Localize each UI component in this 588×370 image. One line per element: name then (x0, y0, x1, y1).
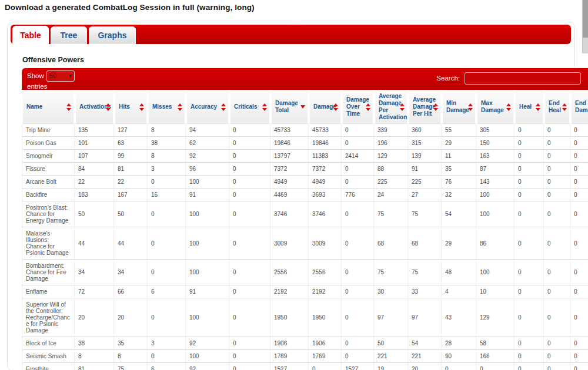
cell: 3693 (309, 189, 342, 201)
cell: 68 (408, 227, 442, 260)
cell: 3 (148, 163, 186, 176)
cell: 54 (408, 337, 442, 350)
cell: 8 (148, 124, 186, 137)
scrollbar[interactable] (582, 0, 588, 53)
cell: 75 (114, 363, 148, 370)
cell: 0 (514, 337, 544, 350)
page-title: Download a generated CombatLog Session i… (5, 3, 255, 12)
cell: 20 (75, 298, 114, 337)
column-label: Min Damage (446, 100, 469, 113)
cell: 92 (186, 337, 229, 350)
cell: 11 (442, 150, 476, 163)
tab-table[interactable]: Table (12, 26, 49, 48)
cell: 196 (374, 137, 408, 150)
column-header-criticals[interactable]: Criticals (229, 90, 270, 124)
cell: 0 (476, 363, 514, 370)
cell: 225 (408, 176, 442, 189)
table-row: Fissure8481396073727372088913587000 (22, 163, 588, 176)
cell: 0 (570, 285, 588, 298)
column-label: Damage Total (275, 100, 298, 113)
table-toolbar: Show50▾entries Search: (22, 68, 588, 90)
cell: 48 (442, 260, 476, 285)
cell: 167 (114, 189, 148, 201)
cell: 0 (570, 350, 588, 363)
cell: 0 (514, 260, 544, 285)
sort-descending-icon (300, 105, 305, 109)
column-header-heal[interactable]: Heal (514, 90, 544, 124)
cell: 0 (544, 227, 570, 260)
cell: 1950 (270, 298, 309, 337)
cell: 0 (229, 337, 270, 350)
cell: 0 (514, 163, 544, 176)
cell: 0 (544, 163, 570, 176)
column-header-average-damage-per-activation[interactable]: Average Damage Per Activation (374, 90, 408, 124)
column-header-misses[interactable]: Misses (148, 90, 186, 124)
column-header-damage-total[interactable]: Damage Total (270, 90, 309, 124)
column-header-name[interactable]: Name (22, 90, 75, 124)
cell: 143 (476, 176, 514, 189)
page-length-select[interactable]: 50▾ (46, 70, 75, 82)
cell: 107 (75, 150, 114, 163)
search-input[interactable] (465, 72, 581, 85)
power-name-cell: Fissure (22, 163, 75, 176)
cell: 163 (476, 150, 514, 163)
cell: 86 (476, 227, 514, 260)
cell: 0 (148, 176, 186, 189)
cell: 100 (186, 260, 229, 285)
cell: 50 (75, 201, 114, 227)
column-header-accuracy[interactable]: Accuracy (186, 90, 229, 124)
cell: 305 (476, 124, 514, 137)
table-row: Smogmeir10799892013797113832414129139111… (22, 150, 588, 163)
column-header-end-damage[interactable]: End Damage (570, 90, 588, 124)
cell: 30 (374, 285, 408, 298)
cell: 19846 (270, 137, 309, 150)
cell: 38 (148, 137, 186, 150)
column-header-damage-over-time[interactable]: Damage Over Time (342, 90, 374, 124)
cell: 100 (186, 350, 229, 363)
cell: 129 (374, 150, 408, 163)
cell: 127 (114, 124, 148, 137)
cell: 3746 (309, 201, 342, 227)
cell: 0 (442, 363, 476, 370)
column-header-damage[interactable]: Damage (309, 90, 342, 124)
column-header-average-damage-per-hit[interactable]: Average Damage Per Hit (408, 90, 442, 124)
cell: 0 (570, 227, 588, 260)
cell: 62 (186, 137, 229, 150)
cell: 1527 (270, 363, 309, 370)
cell: 129 (476, 298, 514, 337)
cell: 94 (186, 124, 229, 137)
cell: 55 (442, 124, 476, 137)
cell: 0 (229, 350, 270, 363)
table-row: Enflame726669102192219203033410000 (22, 285, 588, 298)
table-row: Malaise's Illusions: Chance for Psionic … (22, 227, 588, 260)
cell: 19846 (309, 137, 342, 150)
power-name-cell: Block of Ice (22, 337, 75, 350)
column-header-activations[interactable]: Activations (75, 90, 114, 124)
page: Download a generated CombatLog Session i… (0, 0, 588, 370)
column-header-min-damage[interactable]: Min Damage (442, 90, 476, 124)
cell: 0 (514, 189, 544, 201)
cell: 45733 (270, 124, 309, 137)
sort-icon (333, 103, 338, 111)
cell: 0 (514, 350, 544, 363)
sort-icon (536, 103, 540, 111)
cell: 183 (75, 189, 114, 201)
cell: 35 (114, 337, 148, 350)
cell: 13797 (270, 150, 309, 163)
scrollbar-thumb[interactable] (583, 0, 588, 38)
column-label: Heal (519, 103, 532, 110)
cell: 0 (342, 163, 374, 176)
column-header-max-damage[interactable]: Max Damage (476, 90, 514, 124)
cell: 0 (342, 201, 374, 227)
column-header-end-heal[interactable]: End Heal (544, 90, 570, 124)
cell: 0 (570, 176, 588, 189)
page-length-control: Show50▾entries (27, 70, 88, 92)
cell: 32 (442, 189, 476, 201)
offensive-powers-table: NameActivationsHitsMissesAccuracyCritica… (22, 90, 588, 370)
tab-tree[interactable]: Tree (51, 26, 87, 44)
cell: 76 (442, 176, 476, 189)
cell: 0 (229, 150, 270, 163)
column-header-hits[interactable]: Hits (114, 90, 148, 124)
header-row: NameActivationsHitsMissesAccuracyCritica… (22, 90, 588, 124)
tab-graphs[interactable]: Graphs (89, 26, 136, 44)
